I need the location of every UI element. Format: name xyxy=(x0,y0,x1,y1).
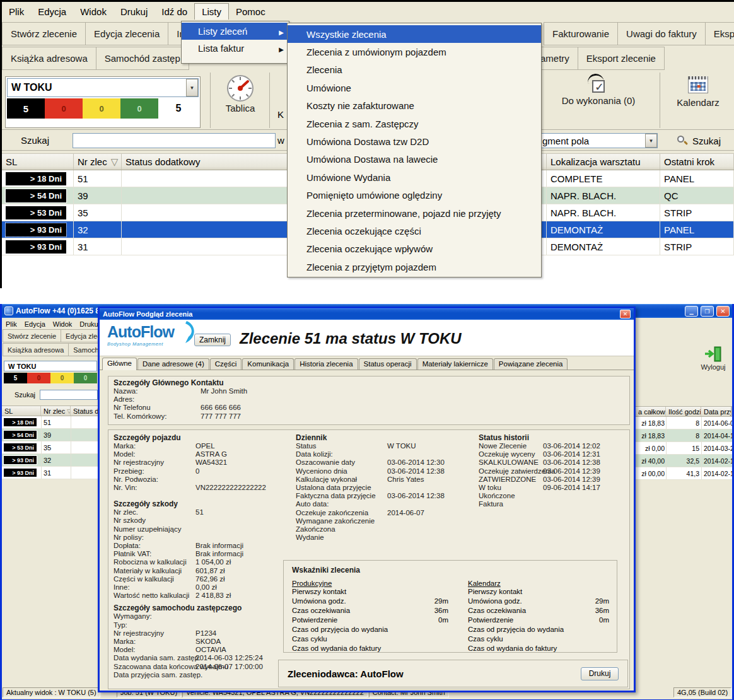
table-row[interactable]: > 93 Dni 31 xyxy=(2,467,102,479)
drukuj-button[interactable]: Drukuj xyxy=(581,667,619,680)
toolbar-row-1-left: Stwórz zlecenieEdycja zleceniaIn xyxy=(2,22,193,45)
field-label: Nr. Vin: xyxy=(114,484,195,492)
submenu-item[interactable]: Koszty nie zafakturowane xyxy=(288,97,541,115)
submenu-item[interactable]: Zlecenia z sam. Zastępczy xyxy=(288,115,541,132)
col-header-nr-zlec[interactable]: Nr zlec xyxy=(41,406,71,416)
table-row[interactable]: 18,83 zł 8 2014-06-03 xyxy=(636,417,732,429)
chevron-down-icon[interactable] xyxy=(645,134,657,148)
tab[interactable]: Części xyxy=(210,358,242,370)
field-value: 09-06-2014 14:17 xyxy=(543,484,600,492)
menu-item[interactable]: Listy xyxy=(194,3,229,20)
table-row[interactable]: 00,00 zł 41,3 2014-02-19 xyxy=(636,467,732,480)
kalendarz-button[interactable]: Kalendarz xyxy=(663,74,733,108)
chevron-down-icon[interactable] xyxy=(186,79,198,96)
count-black: 5 xyxy=(7,98,45,119)
menu-item[interactable]: Widok xyxy=(49,319,76,329)
table-row[interactable]: 18,83 zł 8 2014-04-15 xyxy=(636,429,732,442)
toolbar-button[interactable]: Samochód zastęp xyxy=(96,47,189,70)
popup-close-button[interactable] xyxy=(620,310,631,318)
app-icon xyxy=(4,306,13,315)
toolbar-button[interactable]: Eksport zlecenie xyxy=(578,47,665,70)
indicator-value xyxy=(422,625,448,634)
cell-nr-zlec: 31 xyxy=(74,238,122,255)
menu-item[interactable]: Plik xyxy=(2,319,21,329)
wyloguj-button[interactable]: Wyloguj xyxy=(694,346,732,371)
submenu-item[interactable]: Umówione xyxy=(288,79,541,96)
field-value: VN222222222222222 xyxy=(195,484,266,492)
submenu-item[interactable]: Umówiona Dostawa na lawecie xyxy=(288,151,541,168)
tab[interactable]: Główne xyxy=(102,358,137,370)
tab-strip: GłówneDane adresowe (4)CzęściKomunikacja… xyxy=(100,356,634,370)
col-header-ostatni-krok[interactable]: Ostatni krok xyxy=(660,154,734,170)
tab[interactable]: Dane adresowe (4) xyxy=(137,358,209,370)
search-input[interactable] xyxy=(73,133,276,148)
submenu-item[interactable]: Zlecenia z przyjętym pojazdem xyxy=(288,258,541,276)
table-row[interactable]: > 54 Dni 39 xyxy=(2,429,102,441)
table-row[interactable]: > 18 Dni 51 xyxy=(2,416,102,429)
col-header-cena[interactable]: a całkow xyxy=(636,407,666,416)
toolbar-button[interactable]: Książka adresowa xyxy=(2,47,96,70)
toolbar-button[interactable]: Edycja zlecenia xyxy=(85,22,168,45)
menu-item[interactable]: Idź do xyxy=(154,4,194,20)
tab[interactable]: Powiązane zlecenia xyxy=(494,358,568,370)
cell-nr-zlec: 39 xyxy=(74,187,122,204)
close-button[interactable] xyxy=(716,306,730,317)
toolbar-button[interactable]: Stwórz zlecenie xyxy=(3,329,61,342)
menu-item[interactable]: Drukuj xyxy=(114,4,154,20)
submenu-item[interactable]: Zlecenia oczekujące części xyxy=(288,222,541,240)
menu-item[interactable]: Edycja xyxy=(31,4,73,20)
toolbar-button[interactable]: Eksp xyxy=(705,22,734,45)
menu-item[interactable]: Listy zleceń xyxy=(182,23,289,40)
tab[interactable]: Historia zlecenia xyxy=(294,358,358,370)
toolbar-button[interactable]: Fakturowanie xyxy=(544,22,618,45)
submenu-item[interactable]: Zlecenia xyxy=(288,61,541,79)
submenu-item[interactable]: Umówiona Dostawa tzw D2D xyxy=(288,132,541,150)
minimize-button[interactable] xyxy=(685,306,698,317)
popup-titlebar[interactable]: AutoFlow Podgląd zlecenia xyxy=(100,308,634,320)
tab[interactable]: Materiały lakiernicze xyxy=(417,358,493,370)
journal-column: Dziennik StatusW TOKUData kolizji:Oszaco… xyxy=(296,433,477,542)
submenu-item[interactable]: Pomięnięto umówione oględziny xyxy=(288,187,541,204)
toolbar-button[interactable]: Książka adresowa xyxy=(3,343,69,356)
menu-item[interactable]: Edycja xyxy=(21,319,49,329)
status-filter-combo[interactable]: W TOKU xyxy=(7,78,199,97)
table-row[interactable]: > 93 Dni 32 xyxy=(2,454,102,467)
tab[interactable]: Komunikacja xyxy=(242,358,294,370)
client-label: Zleceniodawca: AutoFlow xyxy=(288,668,404,679)
status-filter-combo-small[interactable]: W TOKU xyxy=(4,361,97,371)
field-value: 03-06-2014 12:31 xyxy=(543,450,600,458)
menu-item[interactable]: Widok xyxy=(73,4,114,20)
col-header-nr-zlec[interactable]: Nr zlec xyxy=(74,154,122,170)
field-label: Typ: xyxy=(114,621,195,629)
submenu-item[interactable]: Wszystkie zlecenia xyxy=(288,25,541,43)
table-row[interactable]: 40,00 zł 32,5 2014-02-19 xyxy=(636,455,732,467)
tablica-button[interactable]: Tablica xyxy=(214,74,267,114)
menu-item[interactable]: Lista faktur xyxy=(182,40,289,57)
col-header-data[interactable]: Data przyj xyxy=(701,407,731,416)
submenu-item[interactable]: Zlecenia z umówionym pojazdem xyxy=(288,43,541,61)
col-header-sl[interactable]: SL xyxy=(2,406,41,416)
maximize-button[interactable] xyxy=(701,306,714,317)
toolbar-button[interactable]: Uwagi do faktury xyxy=(617,22,706,45)
table-row[interactable]: 0,00 zł 15 2014-03-25 xyxy=(636,442,732,455)
submenu-item[interactable]: Umówione Wydania xyxy=(288,168,541,186)
menu-item[interactable]: Plik xyxy=(2,4,31,20)
col-header-ilosc-godzin[interactable]: Ilość godzin xyxy=(666,407,701,416)
menu-item[interactable]: Pomoc xyxy=(229,4,272,20)
search-button-label: Szukaj xyxy=(692,136,721,146)
col-header-sl[interactable]: SL xyxy=(2,154,74,170)
submenu-item[interactable]: Zlecenia oczekujące wpływów xyxy=(288,240,541,258)
podglad-zlecenia-window: AutoFlow Podgląd zlecenia AutoFlow Bodys… xyxy=(98,306,636,692)
search-input-small[interactable] xyxy=(40,390,98,400)
cell-nr-zlec: 35 xyxy=(41,441,71,453)
submenu-item[interactable]: Zlecenia przeterminowane, pojazd nie prz… xyxy=(288,204,541,222)
do-wykonania-button[interactable]: ✓ Do wykonania (0) xyxy=(539,74,658,106)
zamknij-button[interactable]: Zamknij xyxy=(194,334,231,346)
table-row[interactable]: > 53 Dni 35 xyxy=(2,441,102,454)
tab[interactable]: Status operacji xyxy=(359,358,417,370)
search-button[interactable]: Szukaj xyxy=(664,132,733,149)
toolbar-button[interactable]: Stwórz zlecenie xyxy=(2,22,86,45)
col-header-status[interactable]: Status dod xyxy=(71,406,101,416)
search-field-dropdown[interactable]: gment pola xyxy=(539,133,658,148)
col-header-lokalizacja[interactable]: Lokalizacja warsztatu xyxy=(547,154,660,170)
